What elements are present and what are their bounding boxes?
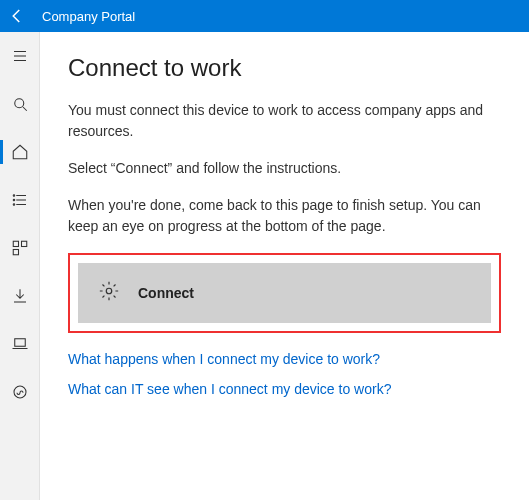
svg-point-10 bbox=[13, 204, 15, 206]
connect-highlight-box: Connect bbox=[68, 253, 501, 333]
intro-paragraph-3: When you're done, come back to this page… bbox=[68, 195, 501, 237]
svg-rect-12 bbox=[21, 241, 26, 246]
titlebar: Company Portal bbox=[0, 0, 529, 32]
hamburger-icon[interactable] bbox=[0, 40, 40, 72]
page-title: Connect to work bbox=[68, 54, 501, 82]
svg-rect-13 bbox=[13, 250, 18, 255]
back-icon[interactable] bbox=[8, 7, 26, 25]
download-icon[interactable] bbox=[0, 280, 40, 312]
support-icon[interactable] bbox=[0, 376, 40, 408]
svg-point-9 bbox=[13, 199, 15, 201]
svg-rect-15 bbox=[14, 339, 25, 347]
svg-point-18 bbox=[106, 288, 112, 294]
svg-point-8 bbox=[13, 195, 15, 197]
link-what-happens[interactable]: What happens when I connect my device to… bbox=[68, 351, 501, 367]
svg-rect-11 bbox=[13, 241, 18, 246]
list-icon[interactable] bbox=[0, 184, 40, 216]
main-content: Connect to work You must connect this de… bbox=[40, 32, 529, 500]
gear-icon bbox=[98, 280, 120, 306]
connect-label: Connect bbox=[138, 285, 194, 301]
svg-line-4 bbox=[23, 107, 27, 111]
home-icon[interactable] bbox=[0, 136, 40, 168]
connect-button[interactable]: Connect bbox=[78, 263, 491, 323]
apps-icon[interactable] bbox=[0, 232, 40, 264]
intro-paragraph-2: Select “Connect” and follow the instruct… bbox=[68, 158, 501, 179]
laptop-icon[interactable] bbox=[0, 328, 40, 360]
sidebar bbox=[0, 32, 40, 500]
search-icon[interactable] bbox=[0, 88, 40, 120]
app-title: Company Portal bbox=[42, 9, 135, 24]
link-what-can-it-see[interactable]: What can IT see when I connect my device… bbox=[68, 381, 501, 397]
svg-point-3 bbox=[14, 99, 23, 108]
intro-paragraph-1: You must connect this device to work to … bbox=[68, 100, 501, 142]
